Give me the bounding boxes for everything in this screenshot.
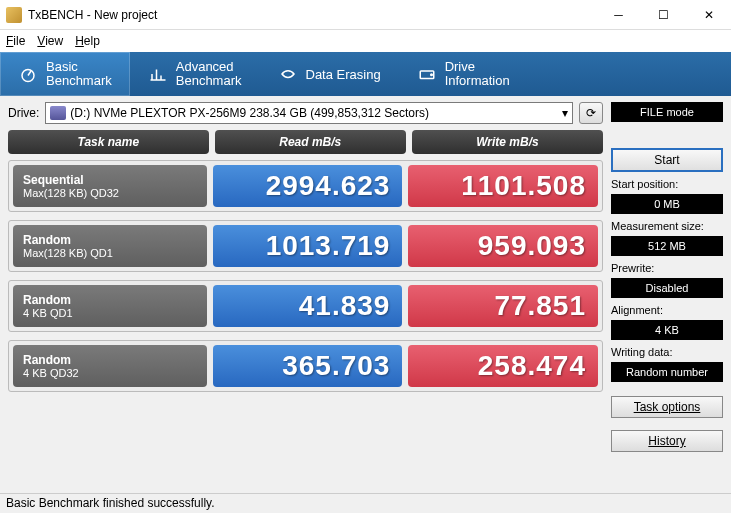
drive-label: Drive: [8,106,39,120]
maximize-button[interactable]: ☐ [641,0,686,30]
tab-bar: Basic Benchmark Advanced Benchmark Data … [0,52,731,96]
meassize-label: Measurement size: [611,220,723,232]
status-bar: Basic Benchmark finished successfully. [0,493,731,513]
tab-label: Advanced Benchmark [176,60,242,89]
task-sub: Max(128 KB) QD32 [23,187,197,199]
gauge-icon [18,64,38,84]
svg-point-2 [430,74,432,76]
tab-label: Basic Benchmark [46,60,112,89]
task-sub: Max(128 KB) QD1 [23,247,197,259]
disk-icon [50,106,66,120]
menubar: File View Help [0,30,731,52]
tab-drive-information[interactable]: Drive Information [399,52,528,96]
file-mode-button[interactable]: FILE mode [611,102,723,122]
write-cell: 258.474 [408,345,598,387]
minimize-button[interactable]: ─ [596,0,641,30]
startpos-value[interactable]: 0 MB [611,194,723,214]
test-row: Random4 KB QD32365.703258.474 [8,340,603,392]
startpos-label: Start position: [611,178,723,190]
read-cell: 2994.623 [213,165,403,207]
prewrite-label: Prewrite: [611,262,723,274]
tab-label: Data Erasing [306,67,381,82]
read-cell: 365.703 [213,345,403,387]
history-button[interactable]: History [611,430,723,452]
drive-icon [417,64,437,84]
task-name: Random [23,293,197,307]
task-name: Random [23,353,197,367]
tab-data-erasing[interactable]: Data Erasing [260,52,399,96]
write-cell: 77.851 [408,285,598,327]
align-label: Alignment: [611,304,723,316]
header-task: Task name [8,130,209,154]
header-write: Write mB/s [412,130,603,154]
tab-basic-benchmark[interactable]: Basic Benchmark [0,52,130,96]
task-cell: RandomMax(128 KB) QD1 [13,225,207,267]
titlebar: TxBENCH - New project ─ ☐ ✕ [0,0,731,30]
writedata-label: Writing data: [611,346,723,358]
refresh-icon: ⟳ [586,106,596,120]
write-cell: 1101.508 [408,165,598,207]
prewrite-value[interactable]: Disabled [611,278,723,298]
menu-help[interactable]: Help [75,34,100,48]
header-read: Read mB/s [215,130,406,154]
test-row: RandomMax(128 KB) QD11013.719959.093 [8,220,603,272]
chart-icon [148,64,168,84]
close-button[interactable]: ✕ [686,0,731,30]
drive-select[interactable]: (D:) NVMe PLEXTOR PX-256M9 238.34 GB (49… [45,102,573,124]
task-sub: 4 KB QD1 [23,307,197,319]
task-sub: 4 KB QD32 [23,367,197,379]
task-cell: Random4 KB QD32 [13,345,207,387]
test-row: SequentialMax(128 KB) QD322994.6231101.5… [8,160,603,212]
write-cell: 959.093 [408,225,598,267]
drive-value: (D:) NVMe PLEXTOR PX-256M9 238.34 GB (49… [70,106,562,120]
meassize-value[interactable]: 512 MB [611,236,723,256]
task-name: Sequential [23,173,197,187]
task-name: Random [23,233,197,247]
test-row: Random4 KB QD141.83977.851 [8,280,603,332]
read-cell: 1013.719 [213,225,403,267]
task-options-button[interactable]: Task options [611,396,723,418]
chevron-down-icon: ▾ [562,106,568,120]
task-cell: Random4 KB QD1 [13,285,207,327]
tab-advanced-benchmark[interactable]: Advanced Benchmark [130,52,260,96]
tab-label: Drive Information [445,60,510,89]
refresh-button[interactable]: ⟳ [579,102,603,124]
erase-icon [278,64,298,84]
writedata-value[interactable]: Random number [611,362,723,382]
task-cell: SequentialMax(128 KB) QD32 [13,165,207,207]
start-button[interactable]: Start [611,148,723,172]
app-icon [6,7,22,23]
align-value[interactable]: 4 KB [611,320,723,340]
window-title: TxBENCH - New project [28,8,157,22]
read-cell: 41.839 [213,285,403,327]
status-text: Basic Benchmark finished successfully. [6,496,215,510]
menu-file[interactable]: File [6,34,25,48]
menu-view[interactable]: View [37,34,63,48]
